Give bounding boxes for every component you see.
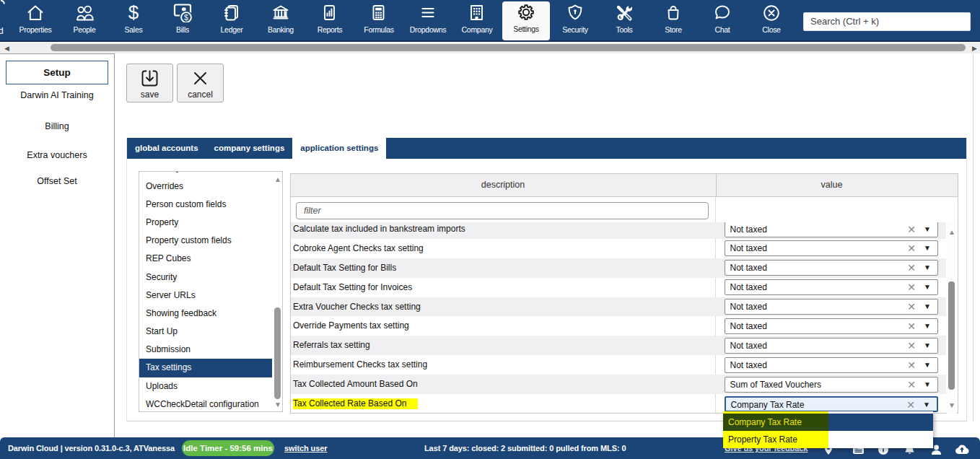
svg-text:$: $ [128, 4, 139, 22]
svg-text:$: $ [184, 13, 188, 22]
